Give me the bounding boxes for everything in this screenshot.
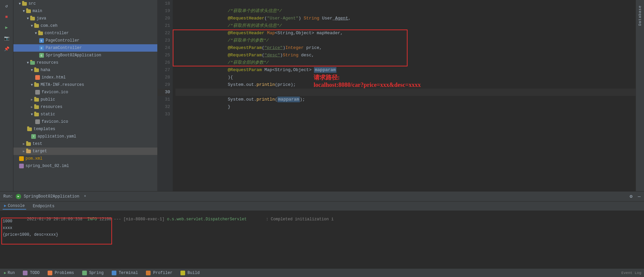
line-num-24: 24 — [158, 44, 170, 52]
run-icon-small: ▶ — [4, 271, 6, 275]
line-num-33: 33 — [158, 111, 170, 118]
chevron-down-icon: ▼ — [31, 113, 33, 116]
sidebar-item-resources2[interactable]: ▶ resources — [13, 103, 157, 111]
folder-icon — [26, 8, 31, 14]
bottom-tabs: ▶ Run TODO Problems Spring Terminal P — [0, 268, 644, 277]
line-num-27: 27 — [158, 66, 170, 74]
line-num-18: 18 — [158, 0, 170, 7]
sidebar-item-controller[interactable]: ▼ controller — [13, 30, 157, 37]
screenshot-button[interactable]: 📷 — [1, 34, 12, 43]
todo-icon — [23, 271, 28, 275]
right-tab-database[interactable]: Database — [637, 3, 643, 29]
sidebar-item-templates[interactable]: templates — [13, 125, 157, 133]
code-editor: 18 19 20 21 22 23 24 25 26 27 28 29 30 3… — [158, 0, 636, 191]
tab-spring[interactable]: Spring — [81, 270, 105, 276]
sidebar-label-target: target — [33, 149, 47, 154]
tab-todo[interactable]: TODO — [21, 270, 41, 276]
line-num-23: 23 — [158, 37, 170, 44]
console-line-map: {price=1000, desc=xxxx} — [3, 232, 641, 239]
line-num-29: 29 — [158, 81, 170, 89]
sidebar-item-resources[interactable]: ▼ resources — [13, 59, 157, 66]
event-log-link[interactable]: Event Log — [622, 271, 641, 275]
ico-file-icon — [35, 90, 40, 95]
sidebar-label-src: src — [29, 1, 36, 6]
tab-run[interactable]: ▶ Run — [3, 270, 16, 276]
sidebar-item-public[interactable]: ▶ public — [13, 96, 157, 103]
tab-endpoints[interactable]: Endpoints — [32, 203, 56, 209]
sidebar-item-favicon1[interactable]: favicon.ico — [13, 89, 157, 96]
rerun-button[interactable]: ↺ — [1, 1, 12, 11]
folder-icon — [26, 149, 31, 154]
line-num-20: 20 — [158, 15, 170, 22]
line-num-22: 22 — [158, 30, 170, 37]
chevron-down-icon: ▼ — [27, 17, 29, 20]
chevron-down-icon: ▼ — [19, 2, 21, 6]
settings-icon[interactable]: ⚙ — [630, 193, 632, 199]
sidebar-item-springbootapp[interactable]: C SpringBoot02Application — [13, 52, 157, 59]
sidebar-label-metainf: META-INF.resources — [41, 82, 84, 87]
sidebar-item-favicon2[interactable]: favicon.ico — [13, 118, 157, 125]
tab-profiler-label: Profiler — [153, 271, 172, 275]
folder-icon — [34, 67, 39, 73]
sidebar-item-metainf[interactable]: ▼ META-INF.resources — [13, 81, 157, 89]
sidebar-item-src[interactable]: ▼ src — [13, 0, 157, 7]
code-line-18: /*获取单个的请求头信息*/ — [175, 0, 636, 7]
sidebar-label-resources: resources — [37, 60, 58, 65]
tab-problems[interactable]: Problems — [46, 270, 75, 276]
code-line-19: @RequestHeader("User-Agent") String User… — [175, 7, 636, 15]
resume-button[interactable]: ▶ — [1, 23, 12, 32]
chevron-down-icon: ▼ — [31, 24, 33, 28]
sidebar-label-comceh: com.ceh — [41, 23, 57, 28]
tab-build-label: Build — [187, 271, 200, 275]
chevron-right-icon: ▶ — [31, 98, 33, 102]
terminal-icon — [112, 271, 116, 275]
code-lines-container: 请求路径: localhost:8080/car?price=xxx&desc=… — [173, 0, 636, 191]
console-tab-label: Console — [8, 204, 24, 208]
endpoints-tab-label: Endpoints — [33, 204, 55, 209]
annotation-request-path: 请求路径: localhost:8080/car?price=xxx&desc=… — [314, 74, 421, 89]
build-icon — [180, 271, 185, 275]
sidebar-item-pomxml[interactable]: pom.xml — [13, 155, 157, 162]
tab-run-label: Run — [8, 271, 15, 275]
sidebar-item-comceh[interactable]: ▼ com.ceh — [13, 22, 157, 30]
java-class-icon: C — [39, 45, 44, 51]
sidebar-item-iml[interactable]: spring_boot_02.iml — [13, 162, 157, 170]
spring-icon — [82, 271, 87, 275]
line-numbers: 18 19 20 21 22 23 24 25 26 27 28 29 30 3… — [158, 0, 173, 191]
sidebar-item-paramcontroller[interactable]: C ParamController — [13, 44, 157, 52]
code-line-33 — [175, 111, 636, 118]
line-num-30: 30 — [158, 89, 170, 96]
tab-build[interactable]: Build — [179, 270, 201, 276]
sidebar-item-target[interactable]: ▶ target — [13, 148, 157, 155]
code-line-31: } — [175, 96, 636, 103]
line-num-21: 21 — [158, 22, 170, 30]
sidebar-item-appyaml[interactable]: Y application.yaml — [13, 133, 157, 140]
stop-button[interactable]: ■ — [1, 12, 12, 21]
sidebar-label-haha: haha — [41, 68, 50, 72]
sidebar-item-test[interactable]: ▶ test — [13, 140, 157, 148]
sidebar-item-main[interactable]: ▼ main — [13, 7, 157, 15]
minimize-icon[interactable]: — — [638, 194, 641, 199]
sidebar-item-indexhtml[interactable]: index.html — [13, 74, 157, 81]
sidebar-item-static[interactable]: ▼ static — [13, 111, 157, 118]
folder-icon — [26, 141, 31, 147]
code-line-23: @RequestParam("price")Integer price, — [175, 37, 636, 44]
run-tab-close[interactable]: × — [84, 195, 86, 198]
line-num-19: 19 — [158, 7, 170, 15]
run-app-icon: ▶ — [16, 194, 21, 199]
pin-button[interactable]: 📌 — [1, 44, 12, 54]
console-line-xxxx: xxxx — [3, 226, 641, 232]
java-class-icon: C — [39, 53, 44, 58]
folder-icon — [38, 31, 43, 36]
folder-icon — [34, 82, 39, 88]
sidebar-label-appyaml: application.yaml — [38, 134, 76, 139]
sidebar-item-pagecontroller[interactable]: C PageController — [13, 37, 157, 44]
tab-console[interactable]: ▶ Console — [3, 203, 26, 210]
yaml-file-icon: Y — [31, 134, 36, 139]
tab-profiler[interactable]: Profiler — [145, 270, 174, 276]
folder-icon — [34, 112, 39, 117]
sidebar-item-java[interactable]: ▼ java — [13, 15, 157, 22]
sidebar-label-paramcontroller: ParamController — [46, 46, 82, 50]
sidebar-item-haha[interactable]: ▼ haha — [13, 66, 157, 74]
tab-terminal[interactable]: Terminal — [110, 270, 140, 276]
